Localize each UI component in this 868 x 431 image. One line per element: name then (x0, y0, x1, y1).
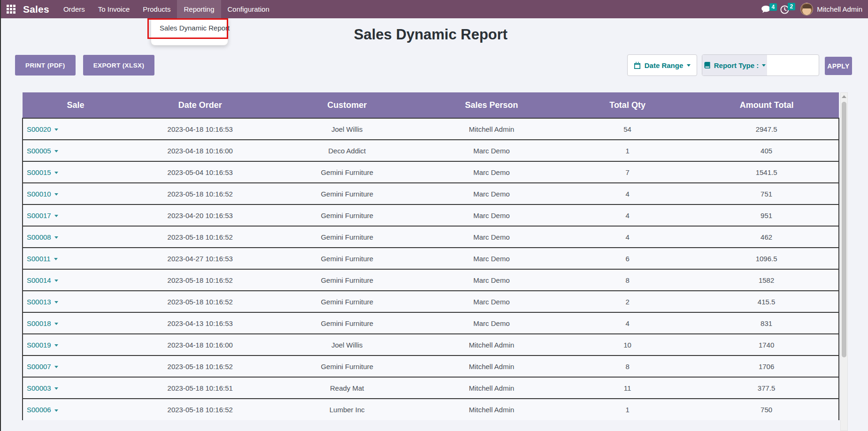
caret-down-icon[interactable] (54, 215, 58, 217)
sales-person-cell: Marc Demo (422, 226, 561, 248)
sale-order-link[interactable]: S00019 (27, 341, 51, 349)
sale-order-link[interactable]: S00007 (27, 363, 51, 371)
total-qty-cell: 4 (561, 226, 694, 248)
amount-total-cell: 377.5 (694, 377, 839, 399)
sale-order-link[interactable]: S00006 (27, 406, 51, 414)
nav-item-reporting[interactable]: Reporting (177, 0, 221, 18)
caret-down-icon[interactable] (54, 280, 58, 282)
table-row: S000192023-04-18 10:16:00Joel WillisMitc… (23, 334, 839, 355)
caret-down-icon (687, 64, 691, 67)
caret-down-icon[interactable] (54, 129, 58, 131)
calendar-icon (634, 62, 641, 69)
customer-cell: Gemini Furniture (271, 183, 422, 204)
navbar-right: 4 2 Mitchell Admin (759, 2, 862, 16)
report-type-dropdown[interactable]: Report Type : (702, 55, 767, 76)
app-brand[interactable]: Sales (23, 4, 49, 15)
window-left-edge (0, 0, 1, 431)
caret-down-icon[interactable] (54, 409, 58, 412)
caret-down-icon[interactable] (54, 258, 58, 260)
date-range-dropdown[interactable]: Date Range (627, 54, 697, 76)
sales-person-cell: Marc Demo (422, 161, 561, 183)
amount-total-cell: 750 (694, 399, 839, 420)
amount-total-cell: 751 (694, 183, 839, 204)
sale-order-link[interactable]: S00011 (27, 255, 51, 263)
sales-person-cell: Marc Demo (422, 183, 561, 204)
date-order-cell: 2023-05-18 10:16:52 (129, 269, 271, 291)
caret-down-icon[interactable] (54, 150, 58, 152)
sale-cell: S00017 (23, 204, 129, 226)
sale-cell: S00014 (23, 269, 129, 291)
column-header-customer: Customer (271, 92, 422, 118)
sale-order-link[interactable]: S00018 (27, 319, 51, 327)
amount-total-cell: 1096.5 (694, 248, 839, 269)
amount-total-cell: 1706 (694, 355, 839, 377)
export-toolbar: PRINT (PDF) EXPORT (XLSX) (15, 55, 154, 76)
customer-cell: Gemini Furniture (271, 204, 422, 226)
table-row: S000062023-05-18 10:16:52Lumber IncMitch… (23, 399, 839, 420)
sale-order-link[interactable]: S00014 (27, 276, 51, 284)
caret-down-icon[interactable] (54, 301, 58, 303)
date-order-cell: 2023-04-13 10:16:53 (129, 312, 271, 334)
sale-order-link[interactable]: S00017 (27, 212, 51, 219)
column-header-date-order: Date Order (129, 92, 271, 118)
sale-order-link[interactable]: S00010 (27, 190, 51, 198)
customer-cell: Gemini Furniture (271, 161, 422, 183)
nav-item-to-invoice[interactable]: To Invoice (92, 0, 137, 18)
total-qty-cell: 11 (561, 377, 694, 399)
nav-item-orders[interactable]: Orders (57, 0, 92, 18)
export-xlsx-button[interactable]: EXPORT (XLSX) (83, 55, 155, 76)
date-order-cell: 2023-05-04 10:16:53 (129, 161, 271, 183)
menu-item-sales-dynamic-report[interactable]: Sales Dynamic Report (151, 18, 228, 38)
total-qty-cell: 4 (561, 204, 694, 226)
amount-total-cell: 831 (694, 312, 839, 334)
caret-down-icon[interactable] (54, 366, 58, 368)
apps-grid-icon[interactable] (7, 5, 15, 14)
user-avatar[interactable] (800, 3, 813, 15)
table-row: S000132023-05-18 10:16:52Gemini Furnitur… (23, 291, 839, 312)
scrollbar-up-arrow-icon[interactable] (841, 93, 847, 100)
print-pdf-button[interactable]: PRINT (PDF) (15, 55, 76, 76)
caret-down-icon[interactable] (54, 323, 58, 325)
sale-cell: S00003 (23, 377, 129, 399)
caret-down-icon[interactable] (54, 344, 58, 347)
table-row: S000082023-05-18 10:16:52Gemini Furnitur… (23, 226, 839, 248)
sale-order-link[interactable]: S00015 (27, 168, 51, 176)
sale-order-link[interactable]: S00003 (27, 384, 51, 392)
sale-cell: S00013 (23, 291, 129, 312)
caret-down-icon[interactable] (54, 172, 58, 174)
sale-order-link[interactable]: S00020 (27, 125, 51, 133)
caret-down-icon[interactable] (54, 387, 58, 390)
scrollbar-thumb[interactable] (842, 102, 846, 357)
date-range-label: Date Range (645, 61, 684, 69)
sale-order-link[interactable]: S00008 (27, 233, 51, 241)
total-qty-cell: 7 (561, 161, 694, 183)
column-header-amount-total: Amount Total (694, 92, 839, 118)
sales-person-cell: Mitchell Admin (422, 334, 561, 355)
amount-total-cell: 415.5 (694, 291, 839, 312)
activities-button[interactable]: 2 (777, 2, 796, 16)
book-icon (704, 62, 711, 68)
total-qty-cell: 54 (561, 118, 694, 140)
apply-button[interactable]: APPLY (825, 57, 852, 75)
date-order-cell: 2023-04-20 10:16:53 (129, 204, 271, 226)
customer-cell: Gemini Furniture (271, 291, 422, 312)
table-vertical-scrollbar[interactable] (840, 92, 848, 431)
caret-down-icon[interactable] (54, 236, 58, 239)
sale-order-link[interactable]: S00005 (27, 147, 51, 155)
column-header-sale: Sale (23, 92, 129, 118)
user-name[interactable]: Mitchell Admin (817, 5, 862, 13)
date-order-cell: 2023-04-27 10:16:53 (129, 248, 271, 269)
nav-item-products[interactable]: Products (136, 0, 177, 18)
messages-button[interactable]: 4 (759, 3, 777, 15)
sales-person-cell: Mitchell Admin (422, 399, 561, 420)
sales-person-cell: Marc Demo (422, 312, 561, 334)
sale-order-link[interactable]: S00013 (27, 298, 51, 306)
date-order-cell: 2023-04-18 10:16:53 (129, 118, 271, 140)
nav-item-configuration[interactable]: Configuration (221, 0, 276, 18)
sales-person-cell: Marc Demo (422, 204, 561, 226)
total-qty-cell: 8 (561, 269, 694, 291)
sale-cell: S00019 (23, 334, 129, 355)
caret-down-icon[interactable] (54, 193, 58, 196)
date-order-cell: 2023-05-18 10:16:52 (129, 399, 271, 420)
table-row: S000112023-04-27 10:16:53Gemini Furnitur… (23, 248, 839, 269)
